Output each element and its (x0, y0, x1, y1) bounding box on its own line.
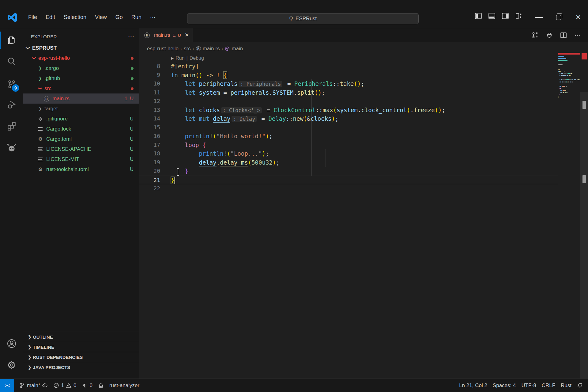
run-debug-icon[interactable] (0, 95, 23, 114)
git-status-badge: 1, U (125, 96, 134, 101)
split-editor-icon[interactable] (560, 32, 567, 39)
run-plug-icon[interactable] (546, 32, 553, 39)
settings-gear-icon[interactable] (0, 355, 23, 375)
scrollbar-thumb[interactable] (582, 175, 586, 183)
explorer-icon[interactable] (0, 30, 23, 50)
breadcrumb-folder[interactable]: esp-rust-hello (147, 46, 179, 52)
bot-extension-icon[interactable] (0, 138, 23, 158)
code-line-22[interactable]: 22 (139, 184, 558, 193)
codelens-debug-link[interactable]: Debug (190, 55, 204, 61)
problems-item[interactable]: 1 0 (51, 382, 79, 389)
section-outline[interactable]: ❯OUTLINE (23, 332, 139, 342)
menu-selection[interactable]: Selection (59, 12, 91, 22)
remote-indicator[interactable]: >< (0, 379, 14, 392)
code-line-12[interactable]: 12 (139, 97, 558, 106)
line-number: 9 (139, 71, 160, 80)
tree-item-esp-rust-hello[interactable]: ❯esp-rust-hello (23, 53, 139, 63)
tree-item-label: Cargo.lock (46, 126, 71, 132)
git-branch-item[interactable]: main* (17, 382, 51, 389)
breadcrumb-symbol[interactable]: main (225, 46, 243, 52)
tree-item-label: rust-toolchain.toml (46, 166, 89, 173)
code-lines: 8#[entry]9fn main() -> ! {10 let periphe… (139, 62, 558, 193)
menu-file[interactable]: File (24, 12, 41, 22)
code-line-16[interactable]: 16 println!("Hello world!"); (139, 132, 558, 141)
radio-tower-icon (82, 382, 88, 388)
customize-layout-icon[interactable] (515, 12, 522, 20)
tree-item--cargo[interactable]: ❯.cargo (23, 63, 139, 73)
code-editor[interactable]: ▶ Run | Debug 8#[entry]9fn main() -> ! {… (139, 55, 588, 379)
scrollbar-thumb[interactable] (582, 101, 586, 109)
indentation-item[interactable]: Spaces: 4 (490, 382, 519, 389)
tree-item-label: esp-rust-hello (38, 55, 70, 61)
tree-item--gitignore[interactable]: .gitignoreU (23, 114, 139, 124)
breadcrumb-file[interactable]: R main.rs (196, 46, 220, 52)
code-line-19[interactable]: 19 delay.delay_ms(500u32); (139, 158, 558, 167)
lines-file-icon (37, 156, 44, 163)
tree-item-cargo-toml[interactable]: ⚙Cargo.tomlU (23, 134, 139, 144)
line-number: 19 (139, 158, 160, 167)
tree-item-label: .gitignore (46, 116, 68, 122)
code-line-17[interactable]: 17 loop { (139, 141, 558, 150)
code-line-10[interactable]: 10 let peripherals: Peripherals = Periph… (139, 79, 558, 88)
tree-item-src[interactable]: ❯src (23, 83, 139, 93)
menu-run[interactable]: Run (127, 12, 146, 22)
tree-item-cargo-lock[interactable]: Cargo.lockU (23, 124, 139, 134)
breadcrumb-folder[interactable]: src (184, 46, 191, 52)
code-line-11[interactable]: 11 let system = peripherals.SYSTEM.split… (139, 88, 558, 97)
code-line-8[interactable]: 8#[entry] (139, 62, 558, 71)
section-java-projects[interactable]: ❯JAVA PROJECTS (23, 362, 139, 372)
eol-item[interactable]: CRLF (539, 382, 558, 389)
encoding-item[interactable]: UTF-8 (518, 382, 539, 389)
open-changes-icon[interactable] (532, 32, 539, 39)
restore-button[interactable] (549, 7, 568, 28)
tab-close-icon[interactable]: ✕ (185, 32, 189, 38)
menu-go[interactable]: Go (111, 12, 127, 22)
code-line-13[interactable]: 13 let clocks: Clocks<'_> = ClockControl… (139, 106, 558, 115)
notifications-item[interactable] (574, 382, 586, 388)
tree-item-license-apache[interactable]: LICENSE-APACHEU (23, 144, 139, 154)
tree-item-target[interactable]: ❯target (23, 104, 139, 114)
scrollbar-track[interactable] (580, 92, 588, 379)
tree-item--github[interactable]: ❯.github (23, 73, 139, 83)
overview-ruler[interactable] (580, 28, 588, 379)
explorer-more-actions-icon[interactable]: ⋯ (128, 33, 135, 40)
home-item[interactable] (95, 382, 107, 388)
minimap[interactable] (558, 53, 580, 100)
minimize-button[interactable] (529, 7, 549, 28)
toggle-secondary-sidebar-icon[interactable] (502, 12, 509, 20)
menu-view[interactable]: View (91, 12, 111, 22)
tab-main-rs[interactable]: R main.rs 1, U ✕ (139, 28, 193, 42)
command-center-search[interactable]: ⚲ ESPRust (187, 13, 419, 24)
section-timeline[interactable]: ❯TIMELINE (23, 342, 139, 352)
search-icon[interactable] (0, 52, 23, 71)
search-icon: ⚲ (289, 15, 293, 22)
section-rust-dependencies[interactable]: ❯RUST DEPENDENCIES (23, 352, 139, 362)
tree-item-label: .cargo (44, 65, 59, 71)
toggle-panel-icon[interactable] (488, 12, 496, 20)
ports-item[interactable]: 0 (79, 382, 95, 389)
code-line-15[interactable]: 15 (139, 123, 558, 132)
workbench: 9 EXPLORER ⋯ ❯ESP (0, 28, 588, 379)
source-control-icon[interactable]: 9 (0, 74, 23, 94)
codelens-run-link[interactable]: Run (175, 55, 184, 61)
language-mode-item[interactable]: Rust (558, 382, 574, 389)
tree-item-rust-toolchain-toml[interactable]: ⚙rust-toolchain.tomlU (23, 164, 139, 174)
toggle-sidebar-icon[interactable] (475, 12, 482, 20)
account-icon[interactable] (0, 334, 23, 353)
tree-item-main-rs[interactable]: Rmain.rs1, U (23, 93, 139, 104)
editor-actions (532, 28, 588, 42)
menu-edit[interactable]: Edit (41, 12, 59, 22)
tree-item-license-mit[interactable]: LICENSE-MITU (23, 154, 139, 164)
code-line-18[interactable]: 18 println!("Loop..."); (139, 149, 558, 158)
rust-analyzer-item[interactable]: rust-analyzer (107, 382, 142, 389)
extensions-icon[interactable] (0, 117, 23, 136)
menu-more[interactable]: ··· (146, 12, 160, 22)
cursor-position-item[interactable]: Ln 21, Col 2 (456, 382, 490, 389)
code-line-9[interactable]: 9fn main() -> ! { (139, 71, 558, 80)
close-button[interactable]: ✕ (568, 7, 588, 28)
code-line-14[interactable]: 14 let mut delay: Delay = Delay::new(&cl… (139, 114, 558, 123)
gear-file-icon: ⚙ (37, 136, 44, 143)
tree-item-esprust[interactable]: ❯ESPRUST (23, 43, 139, 53)
code-line-20[interactable]: 20 } (139, 167, 558, 176)
code-line-21[interactable]: 21} (139, 176, 558, 185)
